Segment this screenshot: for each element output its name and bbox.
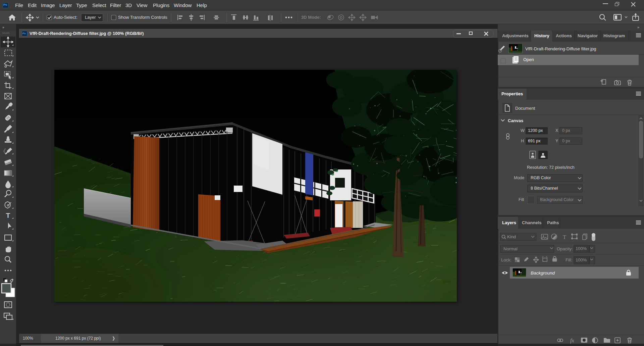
svg-text:»: » xyxy=(2,26,4,29)
svg-text:T: T xyxy=(6,211,10,219)
svg-text:Modifi: Modifi xyxy=(2,32,10,35)
